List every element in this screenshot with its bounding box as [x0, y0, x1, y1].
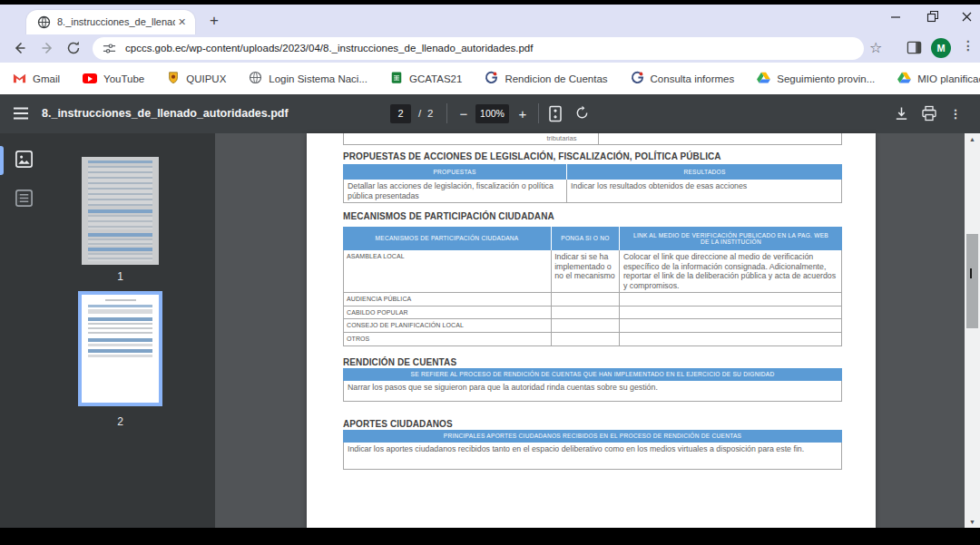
aportes-header: PRINCIPALES APORTES CIUDADANOS RECIBIDOS… [343, 430, 842, 443]
pdf-toolbar: 8._instrucciones_de_llenado_autoridades.… [0, 94, 980, 133]
url-text: cpccs.gob.ec/wp-content/uploads/2023/04/… [125, 37, 533, 60]
page-thumbnail-1-label: 1 [82, 270, 159, 283]
section-title-aportes: APORTES CIUDADANOS [343, 419, 453, 429]
bookmark-gcatas21[interactable]: GCATAS21 [390, 71, 462, 86]
table-propuestas: PROPUESTAS RESULTADOS Detallar las accio… [343, 164, 842, 203]
mecanismo-cell: OTROS [344, 333, 552, 345]
globe-icon [249, 71, 262, 86]
table-row: AUDIENCIA PÚBLICA [343, 293, 842, 307]
pdf-viewer: 1 2 tributarias PROPUE [0, 133, 980, 528]
bookmark-quipux[interactable]: QUIPUX [167, 71, 226, 86]
page-thumbnail-2-label: 2 [82, 415, 159, 428]
page-number-input[interactable]: 2 [390, 104, 411, 123]
tab-favicon-globe-icon [37, 15, 51, 33]
tab-title: 8._instrucciones_de_llenado_autoridades.… [57, 10, 175, 34]
section-title-propuestas: PROPUESTAS DE ACCIONES DE LEGISLACIÓN, F… [343, 151, 721, 161]
section-title-rendicion: RENDICIÓN DE CUENTAS [343, 357, 456, 367]
ponga-cell [552, 319, 620, 332]
browser-window: 8._instrucciones_de_llenado_autoridades.… [0, 5, 980, 528]
page-thumbnail-1[interactable] [82, 157, 159, 265]
tab-active[interactable]: 8._instrucciones_de_llenado_autoridades.… [26, 10, 195, 34]
col-header: LINK AL MEDIO DE VERIFICACIÓN PUBLICADO … [620, 227, 842, 250]
forward-button[interactable] [39, 40, 57, 58]
page-total: 2 [427, 94, 433, 133]
new-tab-button[interactable]: + [205, 12, 223, 30]
thumbnails-view-icon[interactable] [15, 150, 34, 172]
print-icon[interactable] [921, 105, 937, 125]
table-cell: Indicar los resultados obtenidos de esas… [567, 180, 841, 202]
ponga-cell [552, 293, 620, 306]
link-cell [620, 333, 841, 345]
sidebar-selected-indicator [0, 146, 4, 175]
youtube-icon [83, 73, 97, 83]
page-separator: / [418, 94, 421, 133]
col-header: PROPUESTAS [343, 164, 567, 180]
bookmark-mio-planificacion[interactable]: MIO planificacion y... [897, 72, 980, 85]
cell-divider [598, 133, 599, 145]
rendicion-header: SE REFIERE AL PROCESO DE RENDICIÓN DE CU… [343, 368, 842, 381]
tab-strip: 8._instrucciones_de_llenado_autoridades.… [0, 5, 980, 34]
download-icon[interactable] [894, 105, 909, 125]
reload-button[interactable] [65, 40, 83, 58]
toolbar-divider [446, 103, 447, 123]
partial-cell-text: tributarias [498, 134, 625, 142]
site-settings-icon[interactable] [103, 42, 116, 59]
scrollbar-thumb[interactable] [966, 234, 978, 328]
table-row: ASAMBLEA LOCAL Indicar si se ha implemen… [343, 250, 842, 293]
address-bar-row: cpccs.gob.ec/wp-content/uploads/2023/04/… [0, 34, 980, 63]
back-button[interactable] [12, 40, 30, 58]
ponga-cell: Indicar si se ha implementado o no el me… [552, 250, 620, 292]
scroll-down-arrow-icon[interactable]: ▼ [965, 516, 980, 528]
bookmark-rendicion-cuentas[interactable]: Rendicion de Cuentas [485, 71, 607, 86]
browser-menu-icon[interactable]: ⋮ [962, 38, 975, 53]
col-header: RESULTADOS [567, 164, 842, 180]
bookmark-consulta-informes[interactable]: Consulta informes [631, 71, 735, 86]
zoom-out-button[interactable]: − [454, 94, 474, 133]
sheets-icon [390, 71, 403, 86]
link-cell: Colocar el link que direccione al medio … [620, 250, 841, 292]
ponga-cell [552, 307, 620, 318]
window-close-button[interactable] [953, 8, 980, 31]
table-row: OTROS [343, 333, 842, 346]
col-header: PONGA SI O NO [552, 227, 620, 250]
side-panel-icon[interactable] [906, 40, 922, 59]
text-cursor [970, 268, 972, 278]
zoom-in-button[interactable]: + [513, 94, 533, 133]
gmail-icon [13, 73, 26, 85]
page-thumbnail-2-selected[interactable] [78, 291, 162, 406]
scroll-up-arrow-icon[interactable]: ▲ [965, 133, 980, 145]
col-header: MECANISMOS DE PARTICIPACIÓN CIUDADANA [343, 227, 552, 250]
rotate-icon[interactable] [574, 105, 590, 124]
partial-table-row: tributarias [343, 133, 842, 145]
pdf-menu-icon[interactable] [13, 106, 29, 124]
bookmark-youtube[interactable]: YouTube [83, 73, 144, 84]
window-restore-button[interactable] [918, 8, 946, 31]
bookmark-star-icon[interactable]: ☆ [869, 39, 882, 56]
link-cell [620, 293, 841, 306]
cpccs-icon [485, 71, 498, 86]
table-row: CABILDO POPULAR [343, 307, 842, 319]
link-cell [620, 319, 841, 332]
pdf-more-options-icon[interactable]: ⋮ [949, 94, 962, 133]
aportes-body: Indicar los aportes ciudadanos recibidos… [343, 443, 842, 470]
mecanismo-cell: CONSEJO DE PLANIFICACIÓN LOCAL [344, 319, 552, 332]
section-title-mecanismos: MECANISMOS DE PARTICIPACIÓN CIUDADANA [343, 211, 554, 221]
rendicion-body: Narrar los pasos que se siguieron para q… [343, 381, 842, 402]
tab-close-icon[interactable]: ✕ [175, 15, 189, 29]
drive-icon [757, 72, 770, 85]
fit-page-icon[interactable] [547, 105, 564, 126]
pdf-page-2: tributarias PROPUESTAS DE ACCIONES DE LE… [307, 133, 876, 528]
table-mecanismos: MECANISMOS DE PARTICIPACIÓN CIUDADANA PO… [343, 227, 842, 346]
bookmark-gmail[interactable]: Gmail [13, 73, 60, 85]
url-bar[interactable]: cpccs.gob.ec/wp-content/uploads/2023/04/… [93, 37, 864, 60]
bookmark-seguimiento[interactable]: Seguimiento provin... [757, 72, 875, 85]
zoom-level-input[interactable]: 100% [475, 104, 509, 123]
quipux-shield-icon [167, 71, 180, 86]
profile-avatar[interactable]: M [931, 38, 951, 58]
vertical-scrollbar[interactable]: ▲ ▼ [965, 133, 980, 528]
document-outline-icon[interactable] [15, 189, 34, 211]
bookmark-login-sistema[interactable]: Login Sistema Naci... [249, 71, 368, 86]
window-minimize-button[interactable] [882, 8, 909, 31]
bookmarks-bar: Gmail YouTube QUIPUX Login Sistema Naci.… [0, 63, 980, 94]
table-row: CONSEJO DE PLANIFICACIÓN LOCAL [343, 319, 842, 333]
